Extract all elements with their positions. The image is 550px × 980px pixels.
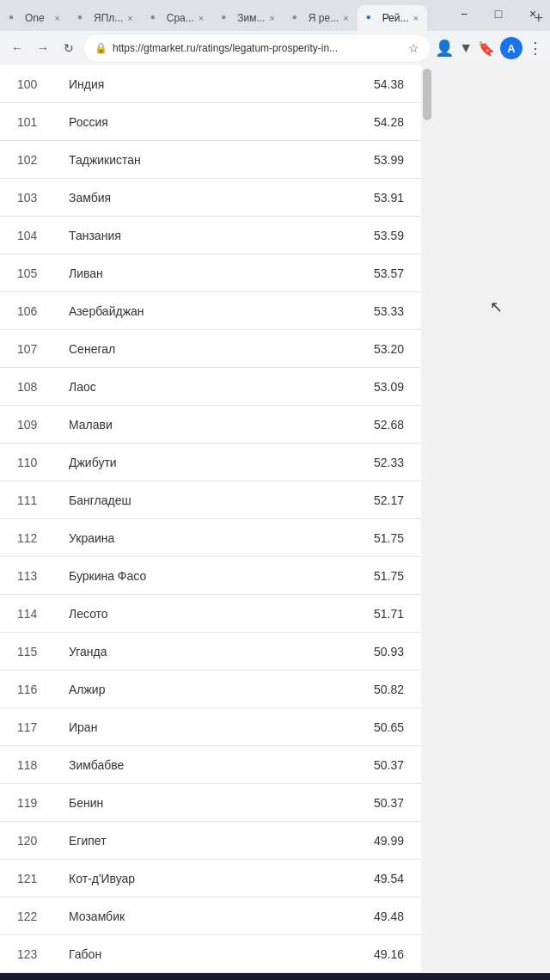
country-name[interactable]: Сенегал (69, 342, 352, 356)
country-name[interactable]: Ливан (69, 266, 352, 280)
browser-tab-tab1[interactable]: ●One× (0, 5, 69, 31)
table-row: 123Габон49.16 (0, 935, 421, 973)
country-name[interactable]: Малави (69, 418, 352, 432)
browser-tab-tab4[interactable]: ●Зим...× (212, 5, 284, 31)
browser-tab-tab3[interactable]: ●Сра...× (142, 5, 212, 31)
country-name[interactable]: Буркина Фасо (69, 569, 352, 583)
browser-controls: ← → ↻ 🔒 https://gtmarket.ru/ratings/lega… (0, 31, 550, 65)
tab-label: ЯПл... (94, 12, 123, 24)
country-name[interactable]: Габон (69, 947, 352, 961)
country-name[interactable]: Зимбабве (69, 758, 352, 772)
browser-right-icons: 👤 ▼ 🔖 А ⋮ (435, 37, 543, 59)
score-value: 54.38 (352, 77, 421, 91)
profile-avatar[interactable]: А (500, 37, 522, 59)
rank-number: 113 (0, 569, 69, 583)
country-name[interactable]: Азербайджан (69, 304, 352, 318)
tab-favicon: ● (292, 12, 304, 24)
rank-number: 106 (0, 304, 69, 318)
cursor-indicator: ↖ (490, 297, 503, 316)
table-row: 117Иран50.65 (0, 708, 421, 746)
back-button[interactable]: ← (7, 38, 28, 58)
rank-number: 116 (0, 683, 69, 696)
extension-icon-2[interactable]: ▼ (459, 40, 473, 56)
tab-label: Сра... (167, 12, 194, 24)
table-row: 104Танзания53.59 (0, 217, 421, 254)
country-name[interactable]: Мозамбик (69, 910, 352, 923)
table-row: 120Египет49.99 (0, 822, 421, 860)
tab-close-button[interactable]: × (127, 13, 132, 23)
rank-number: 121 (0, 872, 69, 885)
country-name[interactable]: Кот-д'Ивуар (69, 872, 352, 885)
address-text: https://gtmarket.ru/ratings/legatum-pros… (113, 42, 403, 54)
country-name[interactable]: Джибути (69, 456, 352, 469)
country-name[interactable]: Танзания (69, 229, 352, 242)
country-name[interactable]: Египет (69, 834, 352, 848)
score-value: 49.48 (352, 910, 421, 923)
rank-number: 103 (0, 191, 69, 205)
refresh-button[interactable]: ↻ (58, 38, 79, 58)
table-row: 115Уганда50.93 (0, 633, 421, 671)
table-row: 108Лаос53.09 (0, 368, 421, 406)
table-row: 107Сенегал53.20 (0, 330, 421, 368)
scrollbar[interactable] (421, 65, 433, 120)
country-name[interactable]: Уганда (69, 645, 352, 658)
country-name[interactable]: Россия (69, 115, 352, 129)
tab-favicon: ● (77, 12, 89, 24)
maximize-button[interactable]: □ (481, 0, 516, 28)
browser-tab-tab6[interactable]: ●Рей...× (358, 5, 427, 31)
country-name[interactable]: Индия (69, 77, 352, 91)
rank-number: 112 (0, 531, 69, 545)
tab-close-button[interactable]: × (412, 13, 418, 23)
browser-tab-tab2[interactable]: ●ЯПл...× (69, 5, 142, 31)
score-value: 53.09 (352, 380, 421, 394)
scrollbar-thumb[interactable] (423, 69, 431, 120)
table-row: 116Алжир50.82 (0, 671, 421, 708)
country-name[interactable]: Лесото (69, 607, 352, 621)
score-value: 49.16 (352, 947, 421, 961)
country-name[interactable]: Украина (69, 531, 352, 545)
tab-label: Я ре... (309, 12, 339, 24)
rank-number: 102 (0, 153, 69, 167)
score-value: 54.28 (352, 115, 421, 129)
rank-number: 100 (0, 77, 69, 91)
rank-number: 109 (0, 418, 69, 432)
score-value: 51.71 (352, 607, 421, 621)
browser-tab-tab5[interactable]: ●Я ре...× (284, 5, 358, 31)
tab-close-button[interactable]: × (199, 13, 204, 23)
tab-close-button[interactable]: × (55, 13, 60, 23)
country-name[interactable]: Замбия (69, 191, 352, 205)
bookmark-icon[interactable]: ☆ (408, 41, 419, 55)
rank-number: 120 (0, 834, 69, 848)
page-content: 100Индия54.38101Россия54.28102Таджикиста… (0, 65, 421, 973)
country-name[interactable]: Алжир (69, 683, 352, 696)
score-value: 50.82 (352, 683, 421, 696)
tab-close-button[interactable]: × (269, 13, 274, 23)
country-name[interactable]: Бангладеш (69, 493, 352, 507)
score-value: 49.54 (352, 872, 421, 885)
forward-button[interactable]: → (33, 38, 53, 58)
extension-icon-1[interactable]: 👤 (435, 39, 454, 58)
country-name[interactable]: Бенин (69, 796, 352, 810)
browser-window: ●One×●ЯПл...×●Сра...×●Зим...×●Я ре...×●Р… (0, 0, 550, 980)
score-value: 52.33 (352, 456, 421, 469)
browser-menu-button[interactable]: ⋮ (528, 39, 543, 58)
score-value: 52.17 (352, 493, 421, 507)
table-row: 119Бенин50.37 (0, 784, 421, 822)
table-row: 101Россия54.28 (0, 103, 421, 141)
extension-icon-3[interactable]: 🔖 (478, 40, 495, 57)
country-name[interactable]: Иран (69, 720, 352, 734)
country-name[interactable]: Таджикистан (69, 153, 352, 167)
table-row: 112Украина51.75 (0, 519, 421, 557)
table-row: 109Малави52.68 (0, 406, 421, 444)
tab-favicon: ● (221, 12, 233, 24)
rank-number: 111 (0, 493, 69, 507)
tab-favicon: ● (9, 12, 21, 24)
table-row: 118Зимбабве50.37 (0, 746, 421, 784)
close-button[interactable]: × (516, 0, 550, 28)
country-name[interactable]: Лаос (69, 380, 352, 394)
score-value: 52.68 (352, 418, 421, 432)
minimize-button[interactable]: − (447, 0, 481, 28)
address-bar[interactable]: 🔒 https://gtmarket.ru/ratings/legatum-pr… (84, 35, 430, 61)
rank-number: 104 (0, 229, 69, 242)
tab-close-button[interactable]: × (343, 13, 348, 23)
